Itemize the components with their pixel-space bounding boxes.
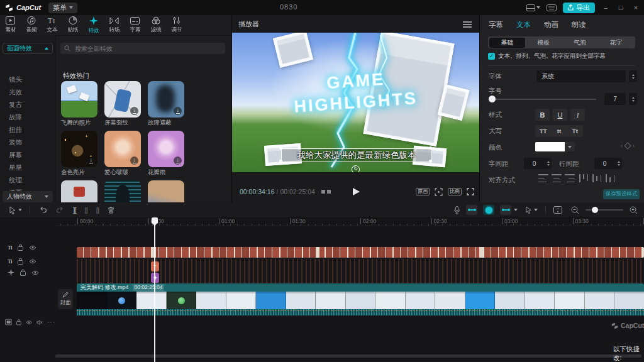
selection-handle[interactable]: [429, 160, 432, 163]
playhead[interactable]: [154, 217, 155, 362]
size-slider-knob[interactable]: [489, 96, 496, 102]
category-distort[interactable]: 扭曲: [9, 126, 22, 134]
size-stepper[interactable]: [629, 93, 637, 105]
valign-bottom-icon[interactable]: [606, 174, 614, 182]
tab-adjust[interactable]: 调节: [166, 16, 187, 34]
chevron-down-icon[interactable]: [514, 209, 518, 211]
category-lens[interactable]: 镜头: [9, 75, 22, 84]
prev-keyframe-icon[interactable]: ‹: [621, 143, 623, 149]
select-tool-button[interactable]: [9, 206, 22, 214]
align-left-icon[interactable]: [538, 174, 548, 182]
tab-reading[interactable]: 朗读: [572, 20, 586, 30]
subtitle-clips-track[interactable]: [77, 247, 644, 258]
minimize-button[interactable]: –: [601, 4, 610, 11]
video-preview[interactable]: GAME HIGHLIGHTS 我给大家提供的是最新绿色版本 ↻: [232, 33, 479, 172]
screen-effects-selector[interactable]: 画面特效: [3, 43, 53, 54]
eye-icon[interactable]: [29, 245, 36, 250]
playhead-handle[interactable]: [152, 217, 158, 224]
bold-button[interactable]: B: [535, 109, 550, 121]
letter-spacing-value[interactable]: 0: [524, 158, 545, 169]
player-menu-icon[interactable]: [463, 21, 472, 29]
letter-spacing-stepper[interactable]: [545, 158, 552, 169]
font-select[interactable]: 系统: [536, 70, 626, 82]
subtab-bubble[interactable]: 气泡: [562, 38, 598, 48]
timeline-ruler[interactable]: 00:00 00:30 01:00 01:30 02:00 02:30 03:0…: [55, 217, 644, 226]
maximize-button[interactable]: □: [616, 4, 625, 11]
quality-badge[interactable]: 原画: [416, 188, 430, 195]
line-spacing-stepper[interactable]: [615, 158, 622, 169]
more-options-icon[interactable]: ···: [47, 319, 55, 326]
subtitle-selection-box[interactable]: 我给大家提供的是最新绿色版本: [281, 148, 432, 162]
link-toggle[interactable]: [483, 205, 494, 215]
cover-button[interactable]: 封面: [58, 289, 73, 309]
keyframe-diamond-icon[interactable]: [624, 142, 631, 149]
frame-tile-icon[interactable]: [321, 190, 325, 194]
effect-thumb-glitch-mask[interactable]: ↓: [148, 81, 184, 118]
effect-thumb-screen-crack[interactable]: ↓: [104, 81, 141, 118]
play-button[interactable]: [353, 188, 360, 195]
horizontal-scrollbar[interactable]: [55, 354, 641, 358]
tab-filters[interactable]: 滤镜: [145, 16, 166, 34]
tab-audio[interactable]: 音频: [21, 16, 42, 34]
zoom-out-icon[interactable]: [571, 206, 579, 214]
category-light[interactable]: 光效: [9, 88, 22, 97]
size-value[interactable]: 7: [604, 93, 626, 105]
fullscreen-icon[interactable]: [467, 188, 474, 195]
mute-speaker-icon[interactable]: [36, 319, 43, 326]
effect-thumb-flying-photos[interactable]: [61, 81, 97, 118]
valign-top-icon[interactable]: [579, 174, 588, 182]
underline-button[interactable]: U: [553, 109, 567, 121]
snap-toggle[interactable]: [466, 205, 477, 215]
size-slider[interactable]: [489, 99, 596, 100]
record-voiceover-icon[interactable]: [453, 206, 460, 214]
preview-axis-toggle[interactable]: [500, 205, 511, 215]
tab-media[interactable]: 素材: [0, 16, 21, 34]
framing-icon[interactable]: [435, 188, 443, 196]
tab-text[interactable]: 文本: [516, 20, 531, 30]
redo-button[interactable]: [56, 206, 64, 214]
align-center-icon[interactable]: [552, 174, 562, 182]
lowercase-button[interactable]: tt: [551, 125, 567, 137]
color-swatch[interactable]: [535, 142, 565, 151]
tab-captions[interactable]: 字幕: [125, 17, 145, 34]
line-spacing-value[interactable]: 0: [594, 158, 615, 169]
zoom-slider-knob[interactable]: [592, 207, 598, 213]
lock-icon[interactable]: [18, 258, 23, 265]
effects-search[interactable]: [60, 43, 225, 54]
category-retro[interactable]: 复古: [9, 101, 22, 109]
video-clip[interactable]: 完美解码 修改.mp4 00:02:25:04: [77, 283, 644, 337]
save-preset-button[interactable]: 保存预设样式: [603, 189, 640, 199]
uppercase-button[interactable]: TT: [535, 125, 551, 137]
category-glitch[interactable]: 故障: [9, 113, 22, 122]
lock-icon[interactable]: [18, 244, 23, 251]
effect-thumb-heart-pop[interactable]: ↓: [104, 131, 141, 167]
eye-icon[interactable]: [26, 320, 32, 325]
eye-icon[interactable]: [29, 259, 36, 264]
category-decor[interactable]: 装饰: [9, 138, 22, 147]
selection-handle[interactable]: [279, 146, 282, 150]
zoom-in-icon[interactable]: [630, 206, 638, 214]
search-input[interactable]: [74, 45, 221, 53]
frame-tile-icon[interactable]: [327, 190, 331, 194]
next-keyframe-icon[interactable]: ›: [633, 143, 635, 149]
selection-handle[interactable]: [429, 146, 432, 150]
trim-right-button[interactable]: |]: [96, 207, 99, 214]
export-button[interactable]: 导出: [563, 3, 595, 13]
align-right-icon[interactable]: [565, 174, 575, 182]
effect-thumb-petal-rain[interactable]: ↓: [148, 131, 184, 167]
menu-button[interactable]: 菜单: [48, 3, 77, 13]
lock-icon[interactable]: [20, 269, 26, 276]
tab-transitions[interactable]: 转场: [104, 17, 125, 34]
italic-button[interactable]: I: [570, 109, 585, 121]
font-stepper[interactable]: [629, 70, 637, 82]
subtab-fancy[interactable]: 花字: [598, 38, 635, 48]
undo-button[interactable]: [39, 206, 47, 214]
color-dropdown[interactable]: [565, 142, 575, 151]
lock-icon[interactable]: [16, 319, 21, 326]
device-preview-icon[interactable]: [553, 206, 562, 214]
effect-thumb-gold-glitter[interactable]: ↓: [61, 131, 97, 167]
shortcut-keyboard-icon[interactable]: [547, 4, 557, 11]
delete-button[interactable]: [108, 206, 114, 214]
tab-effects[interactable]: 特效: [83, 16, 104, 35]
subtab-template[interactable]: 模板: [525, 38, 562, 48]
